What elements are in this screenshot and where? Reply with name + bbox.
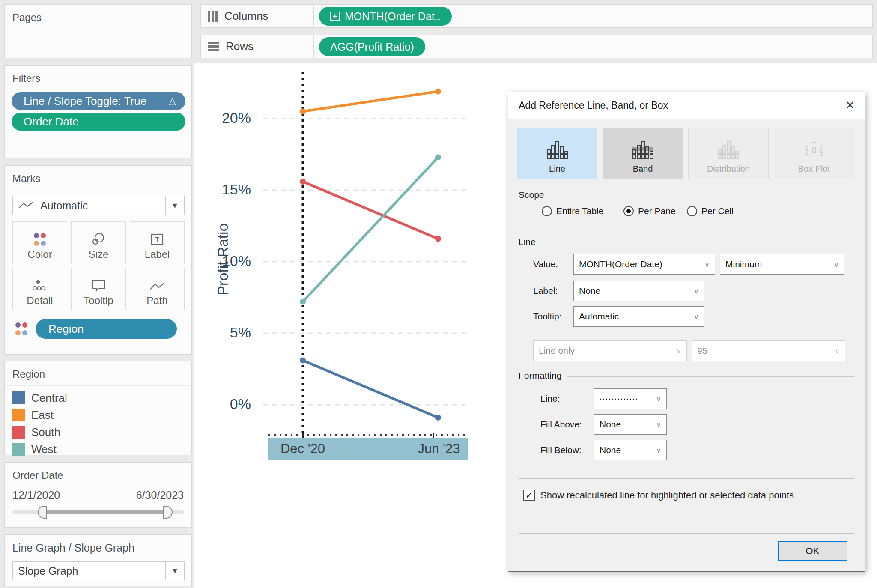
chevron-down-icon: ∨	[834, 260, 839, 269]
legend-item-south[interactable]: South	[5, 424, 191, 441]
chevron-down-icon: ∨	[656, 421, 661, 429]
x-axis-label-end[interactable]: Jun '23	[400, 441, 477, 457]
legend-title: Region	[5, 361, 191, 386]
label-dropdown-value: None	[579, 286, 694, 296]
radio-per-pane[interactable]: Per Pane	[623, 206, 676, 216]
filter-pill-line-slope-toggle[interactable]: Line / Slope Toggle: True △	[12, 92, 185, 110]
parameter-delta-icon: △	[169, 96, 176, 107]
columns-shelf-label-box: Columns	[201, 5, 314, 27]
radio-icon[interactable]	[687, 206, 697, 216]
fill-below-value: None	[600, 445, 656, 455]
pages-shelf[interactable]: Pages	[4, 4, 192, 58]
tab-band[interactable]: Band	[603, 128, 683, 179]
mark-type-dropdown[interactable]: Automatic ▼	[12, 196, 185, 215]
aggregation-dropdown[interactable]: Minimum∨	[720, 254, 844, 275]
line-style-dropdown[interactable]: ·············∨	[594, 388, 667, 409]
legend-label: East	[31, 409, 54, 422]
dotted-line-style-preview: ·············	[600, 395, 656, 403]
legend-item-central[interactable]: Central	[5, 389, 191, 406]
confidence-level-dropdown-disabled: 95∨	[692, 340, 845, 361]
line-section-header: Line	[519, 237, 854, 247]
legend-item-east[interactable]: East	[5, 406, 191, 424]
ok-button[interactable]: OK	[778, 541, 847, 561]
y-axis-tick-label: 20%	[191, 110, 251, 126]
confidence-style-value: Line only	[539, 346, 676, 356]
tableau-workspace: Pages Filters Line / Slope Toggle: True …	[0, 0, 877, 588]
chevron-down-icon: ∨	[704, 260, 710, 269]
tooltip-label: Tooltip:	[533, 311, 562, 322]
tab-line[interactable]: Line	[517, 128, 597, 179]
marks-pill-region[interactable]: Region	[36, 319, 177, 339]
chevron-down-icon[interactable]: ▼	[165, 562, 184, 580]
chevron-down-icon: ∨	[656, 395, 661, 403]
color-button[interactable]: Color	[12, 221, 67, 264]
x-axis-tickmarks	[268, 434, 468, 436]
parameter-card: Line Graph / Slope Graph Slope Graph ▼	[4, 534, 192, 586]
columns-drop-area[interactable]: + MONTH(Order Dat..	[314, 5, 872, 27]
size-button[interactable]: Size	[71, 221, 126, 264]
south-swatch	[12, 426, 25, 439]
label-dropdown[interactable]: None∨	[573, 281, 704, 301]
slider-handle-start[interactable]	[38, 506, 47, 519]
radio-entire-table[interactable]: Entire Table	[542, 206, 604, 216]
radio-icon[interactable]	[623, 206, 634, 216]
rows-shelf[interactable]: Rows AGG(Profit Ratio)	[200, 35, 873, 58]
checkbox-checked-icon[interactable]: ✓	[523, 490, 535, 501]
end-date: 6/30/2023	[136, 489, 184, 501]
slider-active-range	[42, 510, 168, 514]
label-button[interactable]: T Label	[130, 221, 185, 264]
chevron-down-icon: ∨	[835, 347, 840, 355]
path-button[interactable]: Path	[130, 268, 185, 310]
x-axis-highlight-band[interactable]: Dec '20 Jun '23	[268, 438, 468, 460]
tooltip-dropdown-value: Automatic	[579, 311, 694, 322]
fill-above-value: None	[600, 419, 656, 430]
label-button-label: Label	[145, 248, 170, 260]
radio-label: Per Pane	[638, 206, 676, 216]
line-section-label: Line	[519, 237, 536, 247]
rows-drop-area[interactable]: AGG(Profit Ratio)	[314, 35, 872, 58]
tab-distribution[interactable]: Distribution	[688, 128, 769, 179]
chevron-down-icon: ∨	[676, 347, 681, 355]
detail-button[interactable]: Detail	[12, 268, 67, 310]
columns-pill-month-order-date[interactable]: + MONTH(Order Dat..	[319, 7, 452, 26]
columns-shelf-label: Columns	[224, 9, 268, 23]
fill-above-dropdown[interactable]: None∨	[594, 414, 667, 435]
filter-pill-order-date[interactable]: Order Date	[12, 113, 185, 131]
recalculated-line-option[interactable]: ✓ Show recalculated line for highlighted…	[523, 490, 794, 501]
pages-title: Pages	[5, 5, 191, 24]
radio-icon[interactable]	[542, 206, 552, 216]
radio-per-cell[interactable]: Per Cell	[687, 206, 734, 216]
close-icon[interactable]: ✕	[841, 97, 859, 113]
tab-box-plot[interactable]: Box Plot	[774, 128, 854, 179]
filters-shelf[interactable]: Filters Line / Slope Toggle: True △ Orde…	[4, 65, 192, 158]
rows-pill-agg-profit-ratio[interactable]: AGG(Profit Ratio)	[319, 37, 425, 56]
legend-item-west[interactable]: West	[5, 441, 191, 458]
chevron-down-icon: ∨	[694, 287, 699, 295]
confidence-style-dropdown-disabled: Line only∨	[533, 340, 687, 361]
tooltip-dropdown[interactable]: Automatic∨	[573, 306, 704, 327]
line-style-label: Line:	[540, 394, 560, 404]
chevron-down-icon[interactable]: ▼	[165, 196, 184, 215]
expand-plus-icon[interactable]: +	[330, 12, 340, 21]
marks-title: Marks	[5, 166, 191, 185]
dialog-titlebar[interactable]: Add Reference Line, Band, or Box ✕	[508, 92, 865, 119]
rows-shelf-label-box: Rows	[201, 35, 314, 58]
radio-label: Entire Table	[556, 206, 604, 216]
columns-pill-label: MONTH(Order Dat..	[345, 10, 441, 23]
y-axis-tick-label: 15%	[191, 181, 251, 198]
value-label: Value:	[533, 259, 558, 269]
parameter-dropdown[interactable]: Slope Graph ▼	[12, 561, 185, 580]
columns-shelf[interactable]: Columns + MONTH(Order Dat..	[200, 4, 873, 28]
slider-handle-end[interactable]	[163, 506, 173, 519]
line-mark-icon	[18, 200, 34, 211]
order-date-slider-card: Order Date 12/1/2020 6/30/2023	[4, 462, 192, 528]
x-axis-label-start[interactable]: Dec '20	[264, 441, 341, 457]
formatting-label: Formatting	[519, 370, 561, 381]
value-dropdown[interactable]: MONTH(Order Date)∨	[573, 254, 715, 275]
tooltip-button[interactable]: Tooltip	[71, 268, 126, 310]
path-button-label: Path	[146, 295, 167, 307]
fill-below-dropdown[interactable]: None∨	[594, 440, 667, 460]
scope-label: Scope	[519, 190, 544, 200]
tab-distribution-label: Distribution	[707, 164, 750, 174]
date-range-slider[interactable]	[12, 510, 184, 514]
